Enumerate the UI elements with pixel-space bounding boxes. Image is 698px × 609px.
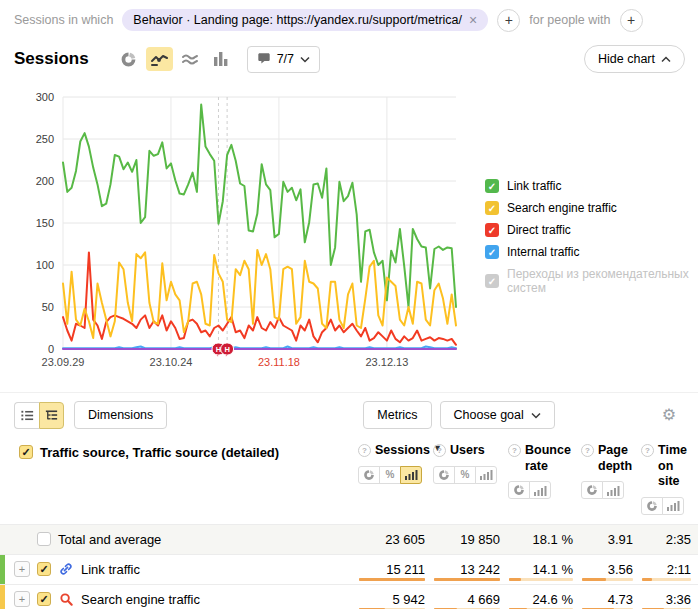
gear-icon[interactable]: ⚙ [656,406,682,424]
metric-number: 18.1 % [533,532,573,547]
pie-toggle-icon[interactable] [641,497,663,515]
display-mode-toggle-group: % [358,466,421,484]
row-label: Total and average [58,532,161,547]
bars-toggle-icon[interactable] [602,481,624,499]
column-header-sessions: ?Sessions▼% [351,443,426,515]
add-session-condition-button[interactable]: + [497,9,520,32]
column-sort-label[interactable]: ?Page depth [581,443,634,474]
column-label: Time on site [658,443,692,490]
pie-toggle-icon[interactable] [358,466,380,484]
question-icon: ? [508,444,521,457]
row-label[interactable]: Search engine traffic [81,592,200,607]
dimensions-button[interactable]: Dimensions [74,401,167,429]
sessions-chart: 05010015020025030023.09.2923.10.2423.11.… [0,85,470,377]
metric-value: 18.1 % [501,525,574,554]
segments-dropdown[interactable]: 7/7 [247,46,320,73]
pie-toggle-icon[interactable] [508,481,530,499]
line-chart-icon[interactable] [146,47,173,71]
columns-chart-icon[interactable] [208,47,235,71]
expand-row-button[interactable]: + [14,561,30,577]
metric-value: 19 850 [426,525,501,554]
legend-label: Internal traffic [507,245,579,259]
legend-item[interactable]: ✓Internal traffic [485,245,698,259]
metric-value: 4.73 [574,585,634,609]
row-label[interactable]: Link traffic [81,562,140,577]
percent-toggle-icon[interactable]: % [379,466,401,484]
question-icon: ? [433,444,446,457]
chart-header: Sessions 7/7 Hide chart [14,44,685,74]
display-mode-toggle-group [581,481,623,499]
bars-toggle-icon[interactable] [662,497,684,515]
percent-toggle-icon[interactable]: % [454,466,476,484]
table-body: Total and average23 60519 85018.1 %3.912… [0,524,698,609]
legend-checkbox[interactable]: ✓ [485,245,499,259]
choose-goal-dropdown[interactable]: Choose goal [440,401,555,429]
legend-item[interactable]: ✓Search engine traffic [485,201,698,215]
metric-number: 4.73 [608,592,633,607]
y-axis-label: 150 [36,217,54,229]
metric-value: 13 242 [426,555,501,584]
filter-chip[interactable]: Behavior · Landing page: https://yandex.… [122,9,488,31]
x-axis-label: 23.09.29 [42,356,85,368]
bars-toggle-icon[interactable] [475,466,497,484]
table-row: +✓Search engine traffic5 9424 66924.6 %4… [0,584,698,609]
legend-label: Переходы из рекомендательных систем [507,267,698,295]
expand-row-button[interactable]: + [14,591,30,607]
metric-number: 23 605 [385,532,425,547]
column-header-page-depth: ?Page depth [574,443,634,515]
column-sort-label[interactable]: ?Users [433,443,485,459]
pie-toggle-icon[interactable] [581,481,603,499]
column-label: Bounce rate [525,443,574,474]
hide-chart-button[interactable]: Hide chart [584,45,685,73]
dimension-checkbox[interactable]: ✓ [19,445,33,459]
legend-checkbox[interactable]: ✓ [485,179,499,193]
column-header-bounce-rate: ?Bounce rate [501,443,574,515]
plus-icon: + [505,12,513,28]
column-sort-label[interactable]: ?Time on site [641,443,692,490]
close-icon[interactable]: × [469,15,477,25]
chart-view-mode-group [115,47,235,71]
column-sort-label[interactable]: ?Bounce rate [508,443,574,474]
annotation-label: Н [224,345,229,354]
metric-value: 3.91 [574,525,634,554]
y-axis-label: 200 [36,175,54,187]
tree-view-icon[interactable] [39,402,64,429]
bars-toggle-icon[interactable] [529,481,551,499]
bars-toggle-icon[interactable] [400,466,422,484]
table-view-toggle-group [14,402,64,429]
row-checkbox[interactable]: ✓ [37,592,51,606]
legend-checkbox[interactable]: ✓ [485,201,499,215]
page-title: Sessions [14,49,89,69]
metrics-label: Metrics [377,408,417,422]
metric-number: 15 211 [386,562,425,577]
column-header-time-on-site: ?Time on site [634,443,692,515]
legend-item[interactable]: ✓Link traffic [485,179,698,193]
pie-toggle-icon[interactable] [433,466,455,484]
stacked-chart-icon[interactable] [177,47,204,71]
display-mode-toggle-group [508,481,550,499]
filter-bar: Sessions in which Behavior · Landing pag… [14,6,692,34]
x-axis-label: 23.10.24 [150,356,193,368]
metric-value: 3:36 [634,585,692,609]
row-checkbox[interactable]: ✓ [37,562,51,576]
display-mode-toggle-group [641,497,683,515]
pie-chart-icon[interactable] [115,47,142,71]
question-icon: ? [641,444,654,457]
metrics-button[interactable]: Metrics [363,401,431,429]
metric-number: 3:36 [666,592,691,607]
legend-checkbox[interactable]: ✓ [485,223,499,237]
y-axis-label: 300 [36,91,54,103]
column-label: Sessions [375,443,427,459]
add-people-condition-button[interactable]: + [620,9,643,32]
legend-item[interactable]: ✓Direct traffic [485,223,698,237]
metric-number: 4 669 [467,592,500,607]
dimension-title: Traffic source, Traffic source (detailed… [40,445,279,460]
metric-number: 5 942 [392,592,425,607]
column-label: Users [450,443,485,459]
table-toolbar: Dimensions Metrics Choose goal ⚙ [0,393,698,436]
y-axis-label: 0 [48,343,54,355]
plus-icon: + [627,12,635,28]
metric-number: 3.56 [608,562,633,577]
list-view-icon[interactable] [14,402,39,429]
row-checkbox[interactable] [37,532,51,546]
